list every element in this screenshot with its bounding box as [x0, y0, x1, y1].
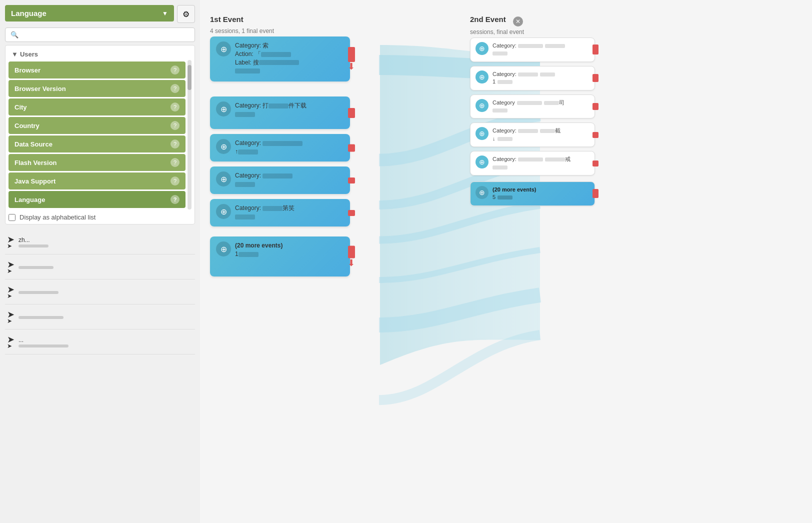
- first-event-node-4[interactable]: ⊕ Category:: [210, 166, 350, 194]
- second-event-text-3: Category司: [492, 99, 590, 114]
- search-input[interactable]: [5, 28, 195, 42]
- second-event-label: 2nd Event: [470, 15, 506, 24]
- first-event-sessions: 4 sessions, 1 final event: [210, 28, 274, 34]
- second-event-title: 2nd Event ✕ sessions, final event: [470, 15, 524, 36]
- help-icon-5[interactable]: ?: [170, 158, 180, 167]
- dimension-label-0: Browser: [14, 66, 40, 74]
- exit-indicator-6: ⬇: [348, 246, 355, 268]
- second-event-text-4: Category: 截 ↓: [492, 127, 590, 142]
- first-event-node-1[interactable]: ⊕ Category: 索 Action: 「 Label: 搜 ⬇: [210, 36, 350, 82]
- second-event-icon-5: ⊕: [476, 156, 488, 168]
- connector-spacer: [380, 15, 470, 280]
- second-event-icon-2: ⊕: [476, 70, 488, 84]
- second-event-column: 2nd Event ✕ sessions, final event ⊕ Cate…: [470, 15, 620, 280]
- second-event-icon-6: ⊕: [476, 186, 488, 199]
- segment-info-2: [18, 290, 58, 294]
- first-event-column: 1st Event 4 sessions, 1 final event ⊕ Ca…: [210, 15, 370, 280]
- segment-name-0: zh...: [18, 236, 48, 244]
- close-icon[interactable]: ✕: [513, 16, 523, 26]
- event-icon-3: ⊕: [216, 139, 231, 154]
- alphabetical-checkbox[interactable]: [8, 214, 16, 221]
- dimension-label-6: Java Support: [14, 178, 56, 185]
- dimension-item-language[interactable]: Language ?: [8, 191, 186, 208]
- sidebar: Language ▼ ⚙ ▼ Users Browser ? Browser V…: [0, 0, 200, 523]
- dimension-label: Language: [11, 9, 46, 18]
- arrow-sub-icon-0: ➤: [7, 243, 14, 249]
- exit-indicator-5: [348, 210, 355, 216]
- dimension-item-data-source[interactable]: Data Source ?: [8, 136, 186, 152]
- dimension-item-country[interactable]: Country ?: [8, 117, 186, 134]
- help-icon-0[interactable]: ?: [170, 66, 180, 74]
- users-header: ▼ Users: [8, 48, 192, 60]
- segment-arrow-2: ➤ ➤: [7, 285, 14, 299]
- users-label: Users: [20, 50, 38, 58]
- event-icon-6: ⊕: [216, 242, 231, 256]
- dimension-dropdown[interactable]: Language ▼: [5, 5, 174, 22]
- main-content: 1st Event 4 sessions, 1 final event ⊕ Ca…: [200, 0, 812, 523]
- second-exit-4: [592, 132, 598, 138]
- segment-list: ➤ ➤ zh... ➤ ➤ ➤ ➤: [5, 230, 195, 354]
- help-icon-4[interactable]: ?: [170, 140, 180, 148]
- segment-arrow-0: ➤ ➤: [7, 235, 14, 249]
- first-event-node-5[interactable]: ⊕ Category: 第笑: [210, 199, 350, 226]
- gear-icon: ⚙: [182, 10, 190, 19]
- second-event-node-1[interactable]: ⊕ Category:: [470, 38, 595, 62]
- dimension-item-browser-version[interactable]: Browser Version ?: [8, 80, 186, 97]
- first-event-header-row: 1st Event 4 sessions, 1 final event: [210, 15, 370, 34]
- alphabetical-row: Display as alphabetical list: [8, 214, 192, 221]
- arrow-sub-icon-1: ➤: [7, 268, 14, 274]
- exit-indicator-2: [348, 108, 355, 118]
- exit-indicator-4: [348, 178, 355, 184]
- help-icon-2[interactable]: ?: [170, 102, 180, 112]
- segment-bar-3: [18, 316, 64, 319]
- event-text-6: (20 more events) 1: [235, 242, 344, 258]
- first-event-node-6[interactable]: ⊕ (20 more events) 1 ⬇: [210, 236, 350, 276]
- second-event-header-row: 2nd Event ✕ sessions, final event: [470, 15, 620, 36]
- event-text-3: Category: ↑: [235, 139, 344, 156]
- segment-arrow-4: ➤ ➤: [7, 335, 14, 349]
- event-icon-1: ⊕: [216, 42, 231, 56]
- expand-arrow-icon: ▼: [12, 50, 18, 58]
- dimensions-list-wrapper: Browser ? Browser Version ? City ? Count…: [8, 60, 192, 210]
- segment-bar-0: [18, 244, 48, 248]
- arrow-sub-icon-2: ➤: [7, 293, 14, 299]
- first-event-node-2[interactable]: ⊕ Category: 打件下载: [210, 96, 350, 129]
- first-event-node-3[interactable]: ⊕ Category: ↑: [210, 134, 350, 162]
- arrow-sub-icon-3: ➤: [7, 318, 14, 324]
- segment-arrow-1: ➤ ➤: [7, 260, 14, 274]
- dimension-label-2: City: [14, 104, 27, 111]
- help-icon-3[interactable]: ?: [170, 121, 180, 130]
- settings-button[interactable]: ⚙: [177, 5, 195, 23]
- second-exit-3: [592, 103, 598, 110]
- second-event-node-3[interactable]: ⊕ Category司: [470, 94, 595, 119]
- second-event-icon-3: ⊕: [476, 99, 488, 112]
- segment-row-2: ➤ ➤: [5, 280, 195, 304]
- second-event-text-2: Category: 1: [492, 70, 590, 86]
- event-text-5: Category: 第笑: [235, 204, 344, 221]
- segment-row-1: ➤ ➤: [5, 254, 195, 280]
- first-event-title: 1st Event 4 sessions, 1 final event: [210, 15, 274, 34]
- second-event-node-6[interactable]: ⊕ (20 more events) 5: [470, 182, 595, 206]
- segment-arrow-3: ➤ ➤: [7, 310, 14, 324]
- second-event-node-5[interactable]: ⊕ Category: 戒: [470, 151, 595, 176]
- dimension-item-city[interactable]: City ?: [8, 98, 186, 116]
- second-event-node-4[interactable]: ⊕ Category: 截 ↓: [470, 122, 595, 147]
- exit-indicator-3: [348, 144, 355, 152]
- flow-wrapper: 1st Event 4 sessions, 1 final event ⊕ Ca…: [210, 15, 802, 280]
- second-event-node-2[interactable]: ⊕ Category: 1: [470, 66, 595, 90]
- sidebar-scrollbar[interactable]: [188, 60, 192, 210]
- dimension-item-flash-version[interactable]: Flash Version ?: [8, 154, 186, 171]
- dimension-label-4: Data Source: [14, 140, 52, 148]
- event-text-2: Category: 打件下载: [235, 102, 344, 118]
- help-icon-1[interactable]: ?: [170, 84, 180, 93]
- segment-info-4: ...: [18, 336, 68, 348]
- segment-info-3: [18, 315, 64, 319]
- dimension-item-java-support[interactable]: Java Support ?: [8, 172, 186, 190]
- second-exit-6: [592, 189, 598, 198]
- second-event-icon-4: ⊕: [476, 127, 488, 140]
- event-icon-5: ⊕: [216, 204, 231, 219]
- help-icon-6[interactable]: ?: [170, 176, 180, 186]
- dimension-item-browser[interactable]: Browser ?: [8, 62, 186, 78]
- segment-row-0: ➤ ➤ zh...: [5, 230, 195, 254]
- help-icon-7[interactable]: ?: [170, 195, 180, 204]
